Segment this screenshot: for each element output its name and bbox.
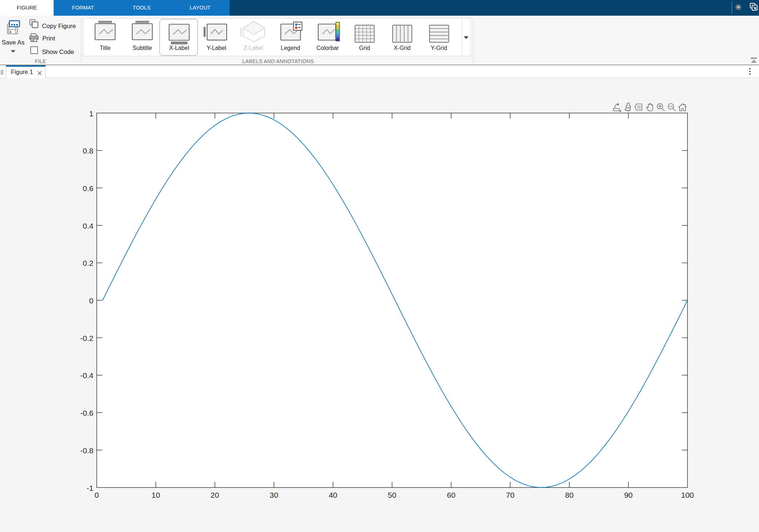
svg-text:-1: -1 — [86, 484, 93, 492]
svg-text:70: 70 — [506, 491, 515, 499]
svg-text:-0.8: -0.8 — [80, 446, 93, 455]
svg-text:0.4: 0.4 — [83, 222, 94, 230]
svg-text:90: 90 — [624, 491, 632, 499]
svg-text:50: 50 — [388, 491, 396, 499]
svg-text:80: 80 — [565, 491, 574, 499]
svg-text:1: 1 — [89, 109, 93, 118]
svg-text:0.8: 0.8 — [83, 147, 93, 155]
svg-text:30: 30 — [270, 491, 278, 499]
svg-text:10: 10 — [151, 491, 160, 499]
svg-text:0: 0 — [95, 491, 99, 499]
svg-text:60: 60 — [447, 491, 455, 499]
svg-text:0.6: 0.6 — [83, 184, 93, 193]
svg-text:20: 20 — [211, 491, 219, 499]
svg-text:-0.4: -0.4 — [80, 371, 94, 380]
svg-text:0: 0 — [89, 296, 93, 305]
svg-text:100: 100 — [681, 491, 694, 499]
svg-text:-0.2: -0.2 — [80, 334, 93, 342]
svg-text:0.2: 0.2 — [83, 259, 93, 267]
svg-text:40: 40 — [329, 491, 337, 499]
svg-text:-0.6: -0.6 — [80, 409, 93, 417]
